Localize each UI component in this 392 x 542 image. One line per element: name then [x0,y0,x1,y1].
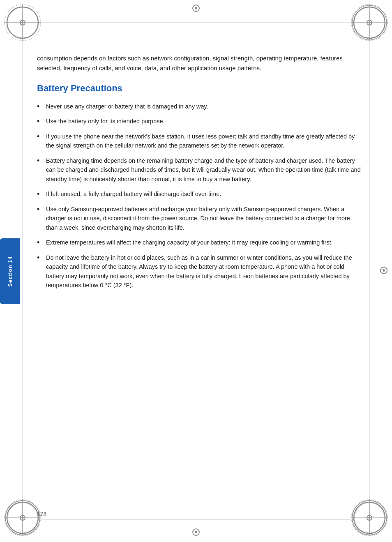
section-tab-label: Section 14 [7,256,13,286]
bullet-item: Battery charging time depends on the rem… [37,156,363,184]
section-tab: Section 14 [0,238,20,304]
corner-decoration-tr [351,4,388,43]
corner-decoration-bl [4,499,41,538]
bottom-center-decoration [192,528,200,538]
page-content: consumption depends on factors such as n… [37,53,363,501]
bullet-item: If you use the phone near the network's … [37,132,363,150]
bullet-item: Use the battery only for its intended pu… [37,117,363,126]
bullet-item: Extreme temperatures will affect the cha… [37,238,363,247]
bottom-border-line [41,519,351,519]
right-border-line [369,41,369,501]
intro-paragraph: consumption depends on factors such as n… [37,53,363,73]
bullet-list: Never use any charger or battery that is… [37,102,363,290]
section-title: Battery Precautions [37,83,363,94]
mid-right-decoration [380,266,388,276]
bullet-item: Never use any charger or battery that is… [37,102,363,111]
top-border-line [41,23,351,23]
bullet-item: Use only Samsung-approved batteries and … [37,205,363,232]
bullet-item: Do not leave the battery in hot or cold … [37,253,363,290]
svg-point-36 [383,269,385,272]
left-border-line [23,41,23,501]
corner-decoration-br [351,499,388,538]
corner-decoration-tl [4,4,41,43]
bullet-item: If left unused, a fully charged battery … [37,189,363,198]
top-center-decoration [192,4,200,14]
page-number: 178 [37,511,46,517]
svg-point-30 [195,7,197,9]
svg-point-32 [195,531,197,533]
